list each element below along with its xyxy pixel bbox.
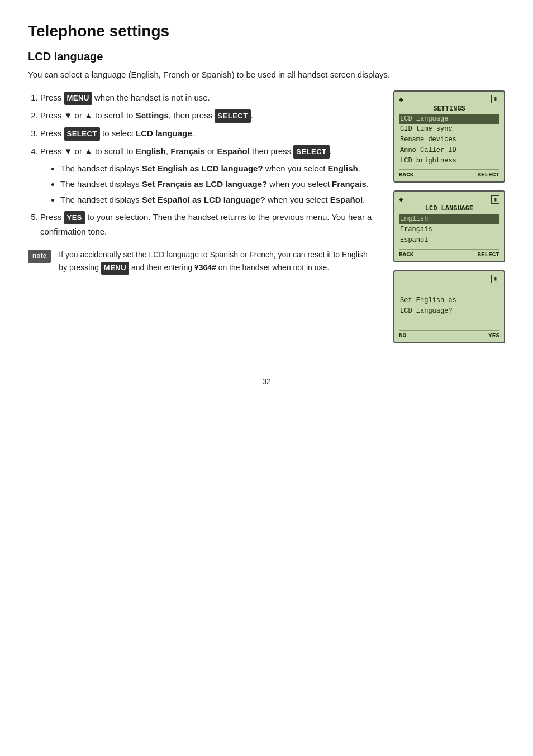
- lcd1-footer: BACK SELECT: [399, 169, 499, 178]
- instructions-section: Press MENU when the handset is not in us…: [28, 90, 377, 275]
- yes-key-1: YES: [64, 211, 85, 224]
- sub-item-espanol: The handset displays Set Español as LCD …: [60, 193, 377, 207]
- lcd1-softkey-select: SELECT: [477, 171, 499, 178]
- lcd2-footer: BACK SELECT: [399, 249, 499, 258]
- lcd2-body: English Français Español: [399, 213, 499, 245]
- step-1: Press MENU when the handset is not in us…: [40, 90, 377, 105]
- lcd1-row-4: Anno Caller ID: [399, 145, 499, 156]
- lcd2-row-1: English: [399, 214, 499, 224]
- note-box: note If you accidentally set the LCD lan…: [28, 248, 377, 274]
- code-bold: ¥364#: [194, 263, 216, 272]
- page-title: Telephone settings: [28, 22, 505, 40]
- section-title: LCD language: [28, 50, 505, 63]
- lcd3-row-2: LCD language?: [399, 306, 499, 317]
- page-number: 32: [28, 377, 505, 386]
- arrow-up-1: ▲: [84, 111, 93, 120]
- settings-bold: Settings: [136, 111, 169, 120]
- english-bold: English: [136, 146, 166, 156]
- lcd1-row-3: Rename devices: [399, 135, 499, 145]
- lcd1-battery: ▮: [491, 95, 499, 103]
- select-key-1: SELECT: [215, 109, 250, 123]
- lcd2-top-bar: ◆ ▮: [399, 195, 499, 204]
- step-4: Press ▼ or ▲ to scroll to English, Franç…: [40, 144, 377, 207]
- sub-item-english: The handset displays Set English as LCD …: [60, 162, 377, 175]
- lcd1-softkey-back: BACK: [399, 171, 413, 178]
- lcd1-body: LCD language CID time sync Rename device…: [399, 113, 499, 166]
- sub-item-francais: The handset displays Set Français as LCD…: [60, 178, 377, 191]
- lcd3-battery: ▮: [491, 275, 499, 283]
- note-label: note: [28, 250, 51, 262]
- screens-column: ◆ ▮ SETTINGS LCD language CID time sync …: [393, 90, 505, 343]
- francais-option: Français: [332, 179, 367, 189]
- lcd1-top-bar: ◆ ▮: [399, 95, 499, 104]
- lcd-language-bold: LCD language: [136, 128, 192, 138]
- lcd2-battery: ▮: [491, 195, 499, 204]
- arrow-down-2: ▼: [64, 146, 73, 156]
- lcd1-row-5: LCD brightness: [399, 156, 499, 166]
- espanol-bold: Español: [217, 146, 250, 156]
- select-key-3: SELECT: [293, 145, 329, 159]
- lcd1-row-2: CID time sync: [399, 124, 499, 135]
- francais-bold: Français: [170, 146, 205, 156]
- lcd-screen-settings: ◆ ▮ SETTINGS LCD language CID time sync …: [393, 90, 505, 183]
- espanol-option: Español: [330, 195, 363, 204]
- step-2: Press ▼ or ▲ to scroll to Settings, then…: [40, 108, 377, 123]
- lcd3-body: Set English as LCD language?: [399, 284, 499, 317]
- lcd3-spacer: [399, 275, 403, 283]
- lcd2-softkey-back: BACK: [399, 251, 413, 258]
- set-english-bold: Set English as LCD language?: [142, 164, 263, 173]
- lcd1-title: SETTINGS: [399, 105, 499, 113]
- main-content: Press MENU when the handset is not in us…: [28, 90, 505, 343]
- lcd-screen-confirm: ▮ Set English as LCD language? NO YES: [393, 270, 505, 343]
- set-francais-bold: Set Français as LCD language?: [142, 179, 267, 189]
- select-key-2: SELECT: [64, 127, 100, 141]
- lcd3-softkey-yes: YES: [488, 332, 499, 339]
- lcd3-softkey-no: NO: [399, 332, 406, 339]
- arrow-down-1: ▼: [64, 111, 73, 120]
- english-option: English: [328, 164, 358, 173]
- step-5: Press YES to your selection. Then the ha…: [40, 210, 377, 239]
- lcd1-row-1: LCD language: [399, 114, 499, 125]
- lcd2-row-2: Français: [399, 224, 499, 235]
- note-text: If you accidentally set the LCD language…: [59, 248, 377, 274]
- steps-list: Press MENU when the handset is not in us…: [28, 90, 377, 239]
- lcd2-arrow-top: ◆: [399, 195, 403, 204]
- lcd2-title: LCD LANGUAGE: [399, 205, 499, 213]
- lcd2-row-3: Español: [399, 235, 499, 246]
- set-espanol-bold: Set Español as LCD language?: [142, 195, 265, 204]
- lcd3-footer: NO YES: [399, 330, 499, 339]
- lcd-screen-language: ◆ ▮ LCD LANGUAGE English Français Españo…: [393, 190, 505, 262]
- lcd3-top-bar: ▮: [399, 275, 499, 283]
- lcd2-softkey-select: SELECT: [477, 251, 499, 258]
- menu-key-1: MENU: [64, 92, 92, 105]
- lcd1-arrow-top: ◆: [399, 95, 403, 104]
- lcd3-row-1: Set English as: [399, 295, 499, 306]
- intro-text: You can select a language (English, Fren…: [28, 69, 505, 82]
- sub-list: The handset displays Set English as LCD …: [40, 162, 377, 207]
- menu-key-note: MENU: [101, 262, 129, 275]
- step-3: Press SELECT to select LCD language.: [40, 126, 377, 141]
- arrow-up-2: ▲: [84, 146, 93, 156]
